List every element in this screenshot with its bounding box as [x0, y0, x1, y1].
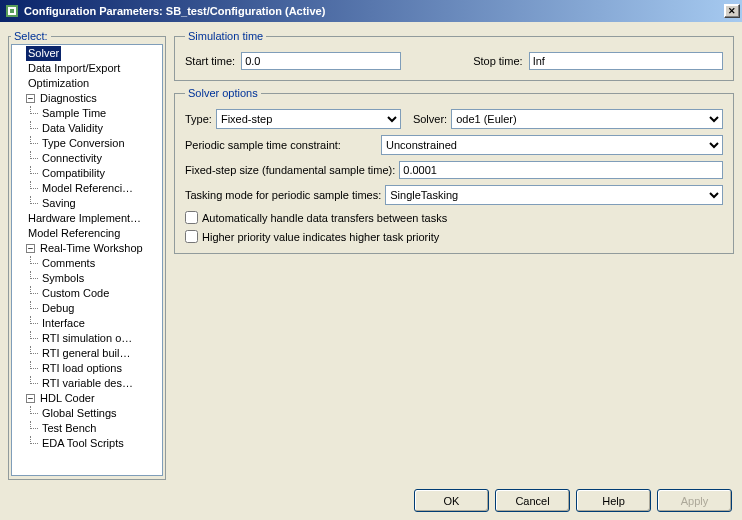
window-title: Configuration Parameters: SB_test/Config…	[24, 5, 325, 17]
stop-time-label: Stop time:	[473, 55, 523, 67]
start-time-label: Start time:	[185, 55, 235, 67]
tree-node-saving[interactable]: Saving	[40, 196, 78, 211]
tree-node-optimization[interactable]: Optimization	[26, 76, 91, 91]
tree-node-data-validity[interactable]: Data Validity	[40, 121, 105, 136]
start-time-input[interactable]	[241, 52, 401, 70]
tree-node-compatibility[interactable]: Compatibility	[40, 166, 107, 181]
expander-icon[interactable]: −	[26, 94, 35, 103]
cancel-button[interactable]: Cancel	[495, 489, 570, 512]
simulation-time-legend: Simulation time	[185, 30, 266, 42]
tree-node-test-bench[interactable]: Test Bench	[40, 421, 98, 436]
tasking-select[interactable]: SingleTasking	[385, 185, 723, 205]
tree-node-hardware[interactable]: Hardware Implement…	[26, 211, 143, 226]
titlebar: Configuration Parameters: SB_test/Config…	[0, 0, 742, 22]
stop-time-input[interactable]	[529, 52, 723, 70]
tree-node-data-io[interactable]: Data Import/Export	[26, 61, 122, 76]
tree-node-sample-time[interactable]: Sample Time	[40, 106, 108, 121]
tree-node-type-conversion[interactable]: Type Conversion	[40, 136, 127, 151]
periodic-select[interactable]: Unconstrained	[381, 135, 723, 155]
auto-transfer-checkbox[interactable]	[185, 211, 198, 224]
auto-transfer-label: Automatically handle data transfers betw…	[202, 212, 447, 224]
help-button[interactable]: Help	[576, 489, 651, 512]
tree-node-rti-gen[interactable]: RTI general buil…	[40, 346, 132, 361]
solver-options-legend: Solver options	[185, 87, 261, 99]
higher-priority-label: Higher priority value indicates higher t…	[202, 231, 439, 243]
solver-select[interactable]: ode1 (Euler)	[451, 109, 723, 129]
select-pane: Select: Solver Data Import/Export Optimi…	[8, 30, 166, 480]
select-legend: Select:	[11, 30, 51, 42]
simulation-time-group: Simulation time Start time: Stop time:	[174, 30, 734, 81]
expander-icon[interactable]: −	[26, 244, 35, 253]
tree-node-symbols[interactable]: Symbols	[40, 271, 86, 286]
close-button[interactable]: ✕	[724, 4, 740, 18]
fixedstep-label: Fixed-step size (fundamental sample time…	[185, 164, 395, 176]
tree-node-eda-scripts[interactable]: EDA Tool Scripts	[40, 436, 126, 451]
tree-node-hdl[interactable]: HDL Coder	[38, 391, 97, 406]
tree-node-solver[interactable]: Solver	[26, 46, 61, 61]
tree-node-rti-var[interactable]: RTI variable des…	[40, 376, 135, 391]
tree-node-rtw[interactable]: Real-Time Workshop	[38, 241, 145, 256]
tree-node-interface[interactable]: Interface	[40, 316, 87, 331]
type-select[interactable]: Fixed-step	[216, 109, 401, 129]
tree-node-connectivity[interactable]: Connectivity	[40, 151, 104, 166]
tree-node-rti-load[interactable]: RTI load options	[40, 361, 124, 376]
apply-button[interactable]: Apply	[657, 489, 732, 512]
tree-node-model-ref-diag[interactable]: Model Referenci…	[40, 181, 135, 196]
ok-button[interactable]: OK	[414, 489, 489, 512]
fixedstep-input[interactable]	[399, 161, 723, 179]
periodic-label: Periodic sample time constraint:	[185, 139, 377, 151]
tree-node-debug[interactable]: Debug	[40, 301, 76, 316]
tree-node-comments[interactable]: Comments	[40, 256, 97, 271]
button-bar: OK Cancel Help Apply	[414, 489, 732, 512]
tree-node-model-ref[interactable]: Model Referencing	[26, 226, 122, 241]
higher-priority-checkbox[interactable]	[185, 230, 198, 243]
expander-icon[interactable]: −	[26, 394, 35, 403]
tree-node-custom-code[interactable]: Custom Code	[40, 286, 111, 301]
svg-rect-2	[10, 9, 14, 13]
tree-node-global-settings[interactable]: Global Settings	[40, 406, 119, 421]
tree-node-rti-sim[interactable]: RTI simulation o…	[40, 331, 134, 346]
solver-label: Solver:	[413, 113, 447, 125]
type-label: Type:	[185, 113, 212, 125]
app-icon	[4, 3, 20, 19]
tasking-label: Tasking mode for periodic sample times:	[185, 189, 381, 201]
tree-node-diagnostics[interactable]: Diagnostics	[38, 91, 99, 106]
tree-view[interactable]: Solver Data Import/Export Optimization −…	[11, 44, 163, 476]
solver-options-group: Solver options Type: Fixed-step Solver: …	[174, 87, 734, 254]
